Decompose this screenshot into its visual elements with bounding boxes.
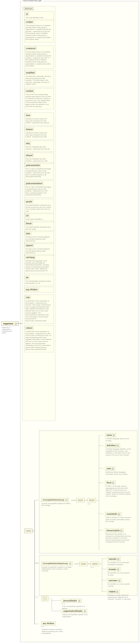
attr-desc: The type of the concept assigned as cont… (25, 248, 52, 255)
attr-label: how (25, 114, 31, 117)
plus-icon: + (112, 482, 114, 484)
attr-label: creator (25, 20, 34, 24)
crg-child-related: related+ (107, 590, 120, 594)
attributes-header-label: attributes (25, 8, 32, 10)
person-details: personDetails + (62, 599, 82, 603)
attr-label: id (25, 12, 29, 16)
crg-desc: A group of properties required to indica… (41, 566, 72, 572)
cdg-child-hierarchyInfo: hierarchyInfo+ (105, 528, 124, 532)
any-other-label: any ##other (43, 622, 54, 624)
any-other: any ##other (41, 622, 56, 626)
attr-label: type (25, 232, 31, 235)
child-label: sameAs (109, 558, 117, 560)
minus-icon: − (66, 499, 67, 501)
child-label: definition (107, 444, 116, 446)
attr-typeuri: typeuriThe type of the concept assigned … (24, 242, 54, 256)
attr-role: roleA refinement of the semantics of the… (24, 295, 54, 324)
child-label: remoteInfo (107, 513, 117, 515)
any-other-desc: Extension point for provider-defined pro… (41, 628, 68, 635)
cdg-child-remoteInfo: remoteInfo+ (105, 512, 122, 516)
attr-desc: Specifies the language of this property … (25, 260, 52, 273)
cdg-node: ConceptDefinitionGroup − (41, 498, 69, 502)
crg-card: 0..∞ (91, 566, 94, 568)
attr-xml:lang: xml:langSpecifies the language of this p… (24, 254, 54, 274)
attr-desc: The directionality of textual content (e… (25, 280, 52, 285)
attr-label: pubconstraint (25, 164, 41, 167)
plus-icon: + (84, 610, 86, 612)
attr-desc: A concept identifier expressed as a QCod… (25, 204, 52, 213)
child-desc: A natural language definition of the sem… (105, 448, 132, 456)
attr-desc: If the property value is not defined, sp… (25, 24, 52, 42)
plus-icon: + (113, 434, 115, 436)
cdg-child-definition: definition+ (105, 444, 120, 448)
plus-icon: + (117, 558, 119, 560)
minus-icon: − (69, 563, 71, 564)
attr-desc: The date (and, optionally, the time) whe… (25, 75, 52, 86)
attr-label: pubconstrainturi (25, 182, 43, 185)
cdg-card: 0..∞ (88, 503, 91, 505)
cdg-desc: A group of properties required to define… (41, 502, 72, 507)
child-desc: Additional natural language information … (105, 471, 132, 476)
attr-desc: A refinement of the semantics of the pro… (25, 300, 52, 323)
root-label: organiser (3, 322, 13, 325)
plus-icon: + (117, 569, 119, 570)
org-details: organisationDetails + (62, 609, 87, 613)
crg-child-broader: broader+ (107, 568, 121, 571)
cdg-seq2 (88, 498, 96, 502)
attr-label: xml:lang (25, 256, 35, 259)
cdg-child-facet: facet+ (105, 481, 116, 484)
child-desc: An identifier of a concept with equivale… (107, 561, 134, 566)
child-label: facet (107, 482, 111, 484)
attr-desc: A refinement of the semantics of the pro… (25, 330, 52, 352)
main-sequence (24, 528, 33, 533)
crg-seq2 (91, 562, 99, 566)
attr-label: any ##other (25, 288, 39, 291)
child-label: related (109, 590, 116, 593)
crg-child-sameAs: sameAs+ (107, 557, 121, 561)
child-label: narrower (109, 579, 118, 582)
cdg-child-name: name+ (105, 433, 116, 437)
child-desc: A natural language name for the concept. (105, 437, 132, 442)
attr-dir: dirThe directionality of textual content… (24, 275, 54, 286)
plus-icon: + (118, 513, 120, 515)
any-other-card: 0..∞ (41, 626, 44, 628)
attr-custom: customIf set to true the corresponding p… (24, 88, 54, 109)
person-card: 0..∞ (62, 603, 65, 605)
crg-label: ConceptRelationshipsGroup (43, 562, 68, 564)
attr-desc: The type of the concept assigned as cont… (25, 236, 52, 243)
child-desc: An identifier of a more specific concept… (107, 583, 134, 588)
attr-how: howIndicates by which means the value wa… (24, 112, 54, 126)
plus-icon: + (78, 600, 80, 602)
child-desc: In NAR 1.8 and later, facet is deprecate… (105, 485, 132, 498)
child-desc: A link to an item or a web resource whic… (105, 516, 132, 523)
attr-creatoruri: creatoruriIf the property value is not d… (24, 46, 54, 69)
child-label: broader (109, 568, 116, 570)
org-desc: A group of properties specific to an org… (62, 613, 89, 618)
outer-group-title: Flex1PartyPropType (22, 0, 42, 2)
attr-desc: Why the metadata has been included - exp… (25, 146, 52, 151)
crg-seq (79, 562, 88, 566)
attr-label: uri (25, 214, 30, 218)
attr-modified: modifiedThe date (and, optionally, the t… (24, 70, 54, 87)
crg-node: ConceptRelationshipsGroup − (41, 562, 73, 565)
cdg-child-note: note+ (105, 467, 115, 470)
attr-desc: One or many constraints that apply to pu… (25, 168, 52, 179)
attr-desc: Indicates by which means the value was e… (25, 118, 52, 125)
child-desc: Represents the position of a concept in … (105, 533, 132, 544)
attr-label: modified (25, 71, 36, 74)
attr-any ##other: any ##other (24, 287, 54, 292)
minus-icon: − (15, 323, 17, 325)
attr-label: why (25, 142, 31, 145)
attr-label: literal (25, 222, 33, 225)
org-details-label: organisationDetails (63, 610, 82, 612)
plus-icon: + (112, 468, 114, 470)
attr-label: role (25, 296, 31, 299)
attr-desc: If the property value is not defined, sp… (25, 50, 52, 68)
attr-literal: literalA concept identifier expressed as… (24, 221, 54, 232)
cdg-seq (76, 498, 85, 502)
attr-qcode: qcodeA concept identifier expressed as a… (24, 199, 54, 214)
attr-desc: Indicates by which means the value was e… (25, 132, 52, 139)
child-desc: An identifier of a more generic concept. (107, 572, 134, 576)
attr-type: typeThe type of the concept assigned as … (24, 231, 54, 244)
attr-roleuri: roleuriA refinement of the semantics of … (24, 325, 54, 352)
